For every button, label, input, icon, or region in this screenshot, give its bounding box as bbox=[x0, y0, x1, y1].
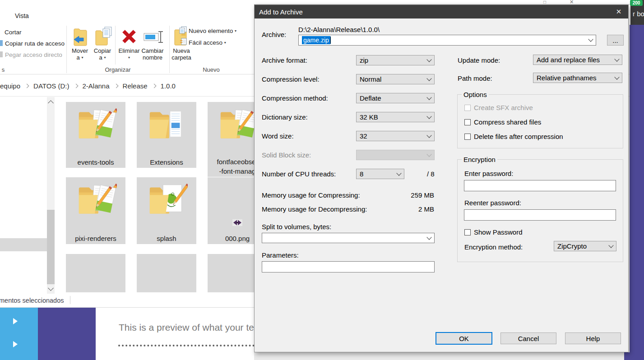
breadcrumb-item[interactable]: DATOS (D:) bbox=[33, 82, 69, 90]
memory-compress-value: 259 MB bbox=[385, 191, 434, 199]
easy-access-button[interactable]: Fácil acceso ▾ bbox=[189, 39, 226, 46]
notification-badge: 200 bbox=[630, 0, 643, 6]
show-password-checkbox[interactable]: Show Password bbox=[464, 228, 523, 236]
play-arrow-icon[interactable] bbox=[13, 318, 18, 324]
field-label: Path mode: bbox=[458, 74, 492, 82]
delete-after-checkbox[interactable]: Delete files after compression bbox=[464, 133, 563, 140]
options-group-title: Options bbox=[462, 91, 489, 98]
right-purple-column bbox=[630, 25, 644, 352]
memory-decompress-label: Memory usage for Decompressing: bbox=[262, 205, 367, 213]
path-mode-select[interactable]: Relative pathnames bbox=[533, 73, 622, 83]
reenter-password-input[interactable] bbox=[464, 209, 616, 221]
field-label: Update mode: bbox=[458, 56, 500, 64]
parameters-label: Parameters: bbox=[262, 251, 299, 259]
breadcrumb-item[interactable]: Release bbox=[123, 82, 148, 90]
help-button[interactable]: Help bbox=[565, 332, 621, 344]
update-mode-select[interactable]: Add and replace files bbox=[533, 55, 622, 65]
options-group: Options Create SFX archive Compress shar… bbox=[457, 94, 623, 148]
file-tile[interactable]: Extensions bbox=[137, 102, 196, 168]
file-tile[interactable]: splash bbox=[137, 177, 196, 244]
new-folder-button[interactable]: Nueva carpeta bbox=[169, 47, 194, 61]
checkbox-icon bbox=[464, 229, 471, 235]
preview-purple-panel bbox=[38, 308, 96, 360]
breadcrumb-item[interactable]: 2-Alanna bbox=[83, 82, 110, 90]
ok-button[interactable]: OK bbox=[436, 332, 492, 345]
field-label: Compression method: bbox=[262, 94, 328, 102]
split-volumes-combobox[interactable] bbox=[262, 233, 435, 243]
browse-button[interactable]: ... bbox=[607, 35, 624, 46]
breadcrumb-item[interactable]: equipo bbox=[0, 82, 20, 90]
word-size-select[interactable]: 32 bbox=[356, 131, 435, 141]
chevron-down-icon bbox=[426, 152, 431, 157]
field-label: Compression level: bbox=[262, 75, 320, 83]
breadcrumb-chevron-icon bbox=[74, 84, 78, 88]
archive-name-combobox[interactable]: game.zip bbox=[298, 35, 596, 46]
preview-text: This is a preview of what your text bbox=[119, 322, 261, 333]
scrollbar-thumb[interactable] bbox=[47, 210, 55, 284]
enter-password-input[interactable] bbox=[464, 180, 616, 191]
breadcrumb-chevron-icon bbox=[114, 84, 118, 88]
move-to-icon bbox=[73, 27, 88, 48]
breadcrumb-item[interactable]: 1.0.0 bbox=[161, 82, 176, 90]
compression-level-select[interactable]: Normal bbox=[356, 74, 435, 84]
dialog-titlebar[interactable]: Add to Archive bbox=[255, 5, 628, 18]
file-tile[interactable]: pixi-renderers bbox=[66, 177, 125, 244]
menu-cut[interactable]: Cortar bbox=[5, 29, 22, 36]
archive-label: Archive: bbox=[262, 31, 286, 38]
chevron-down-icon bbox=[426, 95, 431, 100]
dropdown-arrow-icon: ▾ bbox=[81, 55, 83, 60]
compression-method-select[interactable]: Deflate bbox=[356, 93, 435, 103]
breadcrumb-chevron-icon bbox=[152, 84, 156, 88]
group-clipboard-label: s bbox=[1, 66, 5, 73]
copy-to-icon bbox=[95, 26, 114, 48]
file-name: events-tools bbox=[62, 157, 129, 167]
scroll-up-icon[interactable] bbox=[49, 101, 53, 105]
file-tile[interactable]: events-tools bbox=[66, 102, 125, 168]
dialog-title: Add to Archive bbox=[259, 8, 303, 16]
compress-shared-checkbox[interactable]: Compress shared files bbox=[464, 118, 541, 126]
text-caret bbox=[330, 37, 331, 44]
file-tile-placeholder[interactable] bbox=[137, 254, 196, 292]
screen: Vista Cortar Copiar ruta de acceso Pegar… bbox=[0, 0, 644, 360]
cpu-threads-select[interactable]: 8 bbox=[356, 169, 404, 179]
folder-icon bbox=[74, 104, 117, 148]
encryption-method-select[interactable]: ZipCrypto bbox=[554, 241, 616, 251]
right-partial-text: r bo bbox=[633, 10, 644, 18]
field-label: Archive format: bbox=[262, 56, 307, 64]
add-to-archive-dialog: Add to Archive ✕ Archive: D:\2-Alanna\Re… bbox=[254, 5, 629, 352]
split-label: Split to volumes, bytes: bbox=[262, 223, 331, 231]
play-arrow-icon[interactable] bbox=[13, 341, 18, 347]
folder-icon bbox=[74, 179, 117, 223]
menu-copy-path[interactable]: Copiar ruta de acceso bbox=[5, 40, 65, 47]
archive-format-select[interactable]: zip bbox=[356, 55, 435, 65]
dropdown-arrow-icon: ▾ bbox=[104, 55, 106, 60]
scroll-down-icon[interactable] bbox=[49, 286, 53, 290]
status-separator bbox=[70, 296, 70, 304]
encryption-group: Encryption Enter password: Reenter passw… bbox=[457, 159, 623, 262]
memory-decompress-value: 2 MB bbox=[385, 205, 434, 213]
group-new-label: Nuevo bbox=[169, 66, 253, 73]
maximize-icon[interactable]: □ bbox=[543, 0, 546, 5]
file-tile-placeholder[interactable] bbox=[66, 254, 125, 292]
chevron-down-icon bbox=[426, 133, 431, 138]
parameters-input[interactable] bbox=[262, 261, 435, 272]
dialog-close-button[interactable]: ✕ bbox=[609, 5, 628, 18]
copy-to-button[interactable]: Copiar a ▾ bbox=[89, 47, 116, 61]
dropdown-arrow-icon: ▾ bbox=[128, 55, 130, 60]
encryption-method-label: Encryption method: bbox=[464, 243, 523, 251]
chevron-down-icon bbox=[588, 37, 593, 42]
dictionary-size-select[interactable]: 32 KB bbox=[356, 112, 435, 122]
field-label: Word size: bbox=[262, 132, 294, 140]
cancel-button[interactable]: Cancel bbox=[500, 332, 556, 344]
new-item-button[interactable]: Nuevo elemento ▾ bbox=[189, 28, 236, 34]
create-sfx-checkbox: Create SFX archive bbox=[464, 104, 533, 111]
preview-blue-panel bbox=[0, 308, 38, 360]
tab-vista[interactable]: Vista bbox=[15, 12, 29, 19]
close-icon[interactable]: ✕ bbox=[570, 0, 574, 5]
background-titlebar: □ ✕ bbox=[254, 0, 632, 5]
nav-selected-item[interactable] bbox=[0, 238, 47, 251]
rename-button[interactable]: Cambiar nombre bbox=[138, 47, 167, 61]
chevron-down-icon bbox=[426, 235, 431, 240]
image-file-icon bbox=[232, 219, 242, 228]
preview-dotted-line bbox=[118, 345, 255, 346]
